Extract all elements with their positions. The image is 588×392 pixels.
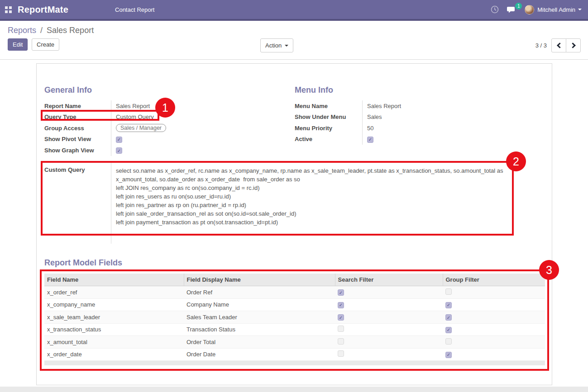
column-header-group-filter[interactable]: Group Filter xyxy=(443,274,545,286)
custom-query-value: select so.name as x_order_ref, rc.name a… xyxy=(111,162,544,244)
general-info-group: General Info Report NameSales ReportQuer… xyxy=(44,85,295,156)
activity-clock-icon[interactable] xyxy=(491,5,499,14)
chevron-left-icon xyxy=(557,43,563,48)
query-line: left join sale_order_transaction_rel as … xyxy=(116,209,540,218)
group-access-tag[interactable]: Sales / Manager xyxy=(116,124,166,132)
cell-search-filter: ✓ xyxy=(335,286,443,299)
control-panel: Reports / Sales Report Edit Create Actio… xyxy=(0,21,588,60)
query-line: left join payment_transaction as pt on(s… xyxy=(116,218,540,227)
field-value: Sales xyxy=(363,113,382,120)
user-menu[interactable]: Mitchell Admin xyxy=(525,5,582,14)
report-model-fields-title: Report Model Fields xyxy=(44,258,544,268)
field-row-query-type: Query TypeCustom Query xyxy=(44,112,295,123)
checkbox-show-graph-view[interactable]: ✓ xyxy=(116,147,122,154)
apps-grid-icon[interactable] xyxy=(5,6,12,13)
report-model-fields-table: Field NameField Display NameSearch Filte… xyxy=(44,274,545,361)
pager-next-button[interactable] xyxy=(566,38,581,52)
field-value: Sales Report xyxy=(111,103,150,109)
query-line: select so.name as x_order_ref, rc.name a… xyxy=(116,166,540,175)
checkbox-show-pivot-view[interactable]: ✓ xyxy=(116,137,122,143)
table-row[interactable]: x_company_nameCompany Name✓✓ xyxy=(44,298,545,311)
field-label: Menu Name xyxy=(295,100,363,112)
cell-display-name: Company Name xyxy=(184,298,335,311)
cell-field-name: x_amount_total xyxy=(44,336,184,349)
query-line: left join res_partner as rp on (ru.partn… xyxy=(116,201,540,209)
cell-search-filter: ✓ xyxy=(335,298,443,311)
group-filter-checkbox[interactable]: ✓ xyxy=(445,352,452,358)
cell-field-name: x_company_name xyxy=(44,298,184,311)
field-label: Menu Priority xyxy=(295,123,363,134)
field-value: Sales / Manager xyxy=(111,124,166,132)
cell-search-filter xyxy=(335,348,443,361)
field-value: Sales Report xyxy=(363,103,401,109)
create-button[interactable]: Create xyxy=(32,38,59,51)
message-count-badge: 1 xyxy=(515,3,522,9)
search-filter-checkbox[interactable]: ✓ xyxy=(338,314,344,321)
group-filter-checkbox[interactable]: ✓ xyxy=(445,302,452,308)
field-value: Custom Query xyxy=(111,113,154,120)
cell-field-name: x_order_date xyxy=(44,348,184,361)
group-filter-checkbox[interactable] xyxy=(445,288,452,295)
edit-button[interactable]: Edit xyxy=(8,38,28,51)
messages-icon[interactable]: 1 xyxy=(507,6,516,14)
field-value: ✓ xyxy=(111,136,122,143)
group-filter-checkbox[interactable]: ✓ xyxy=(445,314,452,321)
custom-query-field: Custom Query select so.name as x_order_r… xyxy=(44,162,544,244)
search-filter-checkbox[interactable] xyxy=(338,350,344,357)
cell-group-filter: ✓ xyxy=(443,298,545,311)
table-row[interactable]: x_sale_team_leaderSales Team Leader✓✓ xyxy=(44,311,545,324)
app-brand[interactable]: ReportMate xyxy=(18,5,68,15)
field-label: Query Type xyxy=(44,112,111,123)
search-filter-checkbox[interactable]: ✓ xyxy=(338,289,344,296)
caret-down-icon xyxy=(578,9,582,10)
group-filter-checkbox[interactable] xyxy=(445,338,452,345)
cell-group-filter xyxy=(443,336,545,349)
custom-query-label: Custom Query xyxy=(44,162,111,244)
cell-group-filter: ✓ xyxy=(443,311,545,324)
table-row[interactable]: x_order_refOrder Ref✓ xyxy=(44,286,545,299)
table-row[interactable]: x_transaction_statusTransaction Status✓ xyxy=(44,323,545,336)
group-filter-checkbox[interactable]: ✓ xyxy=(445,327,452,333)
field-value: ✓ xyxy=(363,136,373,143)
caret-down-icon xyxy=(285,45,288,47)
column-header-field-display-name[interactable]: Field Display Name xyxy=(184,274,335,286)
query-line: left JOIN res_company as rc on(so.compan… xyxy=(116,184,540,192)
cell-field-name: x_order_ref xyxy=(44,286,184,299)
field-row-show-pivot-view: Show Pivot View✓ xyxy=(44,134,295,145)
action-dropdown-button[interactable]: Action xyxy=(260,38,293,52)
field-row-menu-name: Menu NameSales Report xyxy=(295,100,544,112)
cell-search-filter xyxy=(335,336,443,349)
field-label: Report Name xyxy=(44,100,111,112)
cell-display-name: Order Total xyxy=(184,336,335,349)
nav-menu-contact-report[interactable]: Contact Report xyxy=(115,6,154,13)
field-value: ✓ xyxy=(111,147,122,154)
cell-display-name: Sales Team Leader xyxy=(184,311,335,324)
menu-info-title: Menu Info xyxy=(295,85,544,95)
search-filter-checkbox[interactable] xyxy=(338,326,344,332)
table-row[interactable]: x_amount_totalOrder Total xyxy=(44,336,545,349)
column-header-search-filter[interactable]: Search Filter xyxy=(335,274,443,286)
breadcrumb: Reports / Sales Report xyxy=(0,21,588,35)
search-filter-checkbox[interactable]: ✓ xyxy=(338,302,344,308)
column-header-field-name[interactable]: Field Name xyxy=(44,274,184,286)
breadcrumb-current: Sales Report xyxy=(47,26,94,35)
avatar xyxy=(525,5,534,14)
top-navbar: ReportMate Contact Report 1 Mitchell Adm… xyxy=(0,0,588,21)
cell-search-filter: ✓ xyxy=(335,311,443,324)
menu-info-group: Menu Info Menu NameSales ReportShow Unde… xyxy=(295,85,544,156)
cell-display-name: Transaction Status xyxy=(184,323,335,336)
breadcrumb-reports-link[interactable]: Reports xyxy=(8,26,36,35)
cell-group-filter xyxy=(443,286,545,299)
query-line: left join res_users as ru on(so.user_id=… xyxy=(116,192,540,201)
field-row-menu-priority: Menu Priority50 xyxy=(295,123,544,134)
table-row[interactable]: x_order_dateOrder Date✓ xyxy=(44,348,545,361)
search-filter-checkbox[interactable] xyxy=(338,338,344,345)
field-label: Show Under Menu xyxy=(295,112,363,123)
action-label: Action xyxy=(265,42,282,49)
bottom-strip xyxy=(0,387,588,392)
checkbox-active[interactable]: ✓ xyxy=(367,137,373,143)
pager-previous-button[interactable] xyxy=(551,38,566,52)
field-label: Active xyxy=(295,134,363,145)
field-label: Group Access xyxy=(44,123,111,134)
field-row-show-under-menu: Show Under MenuSales xyxy=(295,112,544,123)
